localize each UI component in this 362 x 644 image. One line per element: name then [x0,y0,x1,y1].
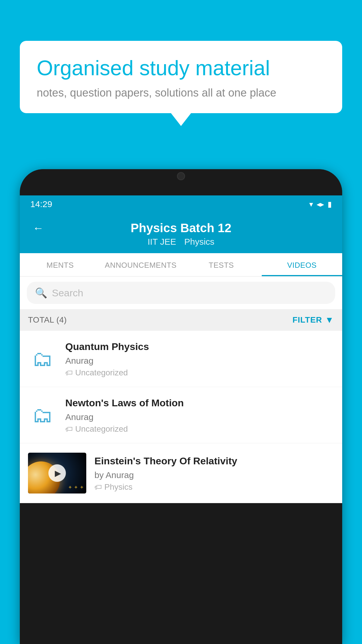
tab-tests[interactable]: TESTS [181,253,262,276]
tag-icon: 🏷 [94,483,102,492]
search-bar[interactable]: 🔍 Search [27,282,335,304]
video-list: 🗂 Quantum Physics Anurag 🏷 Uncategorized… [20,331,342,503]
tag-icon: 🏷 [65,368,73,377]
video-title: Newton's Laws of Motion [65,396,334,409]
tag-text: Uncategorized [75,424,128,434]
thumbnail-bg: ▶ [28,453,86,494]
play-button[interactable]: ▶ [48,464,66,482]
status-bar: 14:29 ▾ ◂▸ ▮ [20,195,342,213]
back-button[interactable]: ← [30,220,46,237]
status-time: 14:29 [30,199,52,209]
video-author: Anurag [65,356,334,366]
filter-icon: ▼ [325,315,334,325]
folder-icon-wrap: 🗂 [28,403,57,427]
tabs: MENTS ANNOUNCEMENTS TESTS VIDEOS [20,253,342,276]
video-title: Quantum Physics [65,340,334,353]
status-icons: ▾ ◂▸ ▮ [309,200,332,209]
filter-label: FILTER [292,315,322,325]
phone-bezel [20,169,342,195]
folder-icon: 🗂 [32,347,53,371]
app-bar-row: ← Physics Batch 12 [30,221,332,235]
video-title: Einstein's Theory Of Relativity [94,454,334,467]
app-bar: ← Physics Batch 12 IIT JEE Physics [20,213,342,253]
video-info: Einstein's Theory Of Relativity by Anura… [94,454,334,492]
video-author: by Anurag [94,470,334,480]
battery-icon: ▮ [328,200,332,209]
video-info: Newton's Laws of Motion Anurag 🏷 Uncateg… [65,396,334,434]
tab-announcements[interactable]: ANNOUNCEMENTS [101,253,181,276]
video-thumbnail: ▶ [28,453,86,494]
video-author: Anurag [65,412,334,422]
app-bar-subtitle: IIT JEE Physics [147,237,214,247]
app-bar-title: Physics Batch 12 [131,221,231,235]
folder-icon: 🗂 [32,403,53,427]
filter-button[interactable]: FILTER ▼ [292,315,334,325]
filter-bar: TOTAL (4) FILTER ▼ [20,309,342,331]
video-tag: 🏷 Uncategorized [65,424,334,434]
subtitle-iitjee: IIT JEE [147,237,176,247]
folder-icon-wrap: 🗂 [28,347,57,371]
speech-bubble: Organised study material notes, question… [20,41,342,113]
play-icon: ▶ [55,468,61,478]
subtitle-physics: Physics [184,237,214,247]
tab-videos[interactable]: VIDEOS [262,253,342,276]
bubble-title: Organised study material [37,56,325,80]
video-tag: 🏷 Uncategorized [65,368,334,377]
bubble-subtitle: notes, question papers, solutions all at… [37,87,325,99]
signal-icon: ◂▸ [317,200,324,209]
tag-text: Uncategorized [75,368,128,377]
tag-text: Physics [104,482,132,492]
wifi-icon: ▾ [309,200,313,209]
phone-frame: 14:29 ▾ ◂▸ ▮ ← Physics Batch 12 IIT JEE … [20,169,342,644]
list-item[interactable]: 🗂 Quantum Physics Anurag 🏷 Uncategorized [20,331,342,387]
camera [177,172,185,180]
tag-icon: 🏷 [65,425,73,434]
notch [164,169,198,184]
list-item[interactable]: ▶ Einstein's Theory Of Relativity by Anu… [20,443,342,503]
tab-ments[interactable]: MENTS [20,253,101,276]
speech-bubble-container: Organised study material notes, question… [20,41,342,113]
search-icon: 🔍 [35,287,47,299]
search-placeholder: Search [52,287,83,299]
search-container: 🔍 Search [20,276,342,309]
video-tag: 🏷 Physics [94,482,334,492]
list-item[interactable]: 🗂 Newton's Laws of Motion Anurag 🏷 Uncat… [20,387,342,443]
screen-content: MENTS ANNOUNCEMENTS TESTS VIDEOS 🔍 Searc… [20,253,342,503]
total-count: TOTAL (4) [28,315,67,325]
video-info: Quantum Physics Anurag 🏷 Uncategorized [65,340,334,377]
